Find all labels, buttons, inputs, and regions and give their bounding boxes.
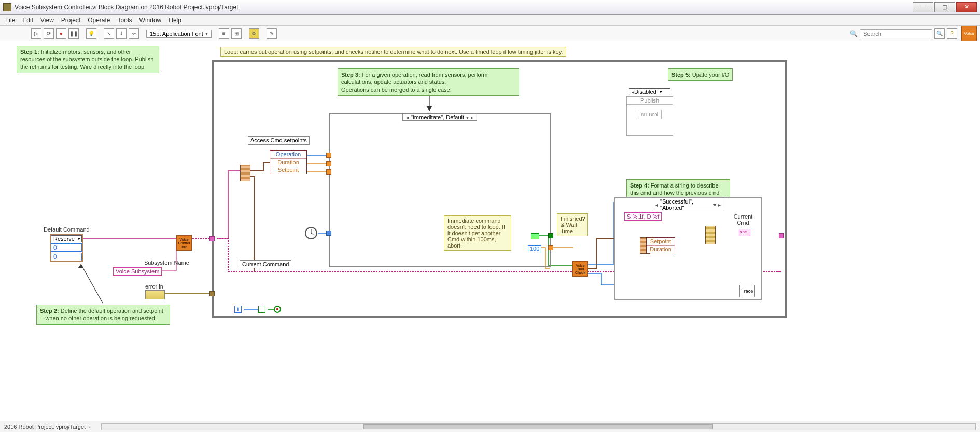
menu-window[interactable]: Window <box>139 17 162 24</box>
search-input[interactable] <box>860 29 932 38</box>
unbundle-status[interactable]: Setpoint Duration <box>646 237 675 253</box>
unbundle-operation[interactable]: Operation <box>270 151 306 159</box>
tunnel-sp <box>326 169 331 175</box>
menu-view[interactable]: View <box>40 17 54 24</box>
case-selector-main[interactable]: ◂"Immeditate", Default▾▸ <box>402 113 477 121</box>
tunnel-clock <box>326 231 331 236</box>
tunnel-op <box>326 153 331 158</box>
voice-cmd-check-subvi[interactable]: Voice Cmd Check <box>572 261 588 277</box>
default-command-num1[interactable]: 0 <box>51 243 82 252</box>
menu-bar: File Edit View Project Operate Tools Win… <box>0 15 980 26</box>
current-command-label: Current Command <box>240 260 291 268</box>
comment-step2: Step 2: Define the default operation and… <box>36 305 170 325</box>
error-in-control[interactable] <box>145 290 165 299</box>
unbundle-duration[interactable]: Duration <box>270 159 306 166</box>
format-string-constant[interactable]: S %.1f, D %f <box>624 212 662 221</box>
tunnel-num-out <box>548 245 553 250</box>
default-command-label: Default Command <box>44 226 90 233</box>
distribute-button[interactable]: ⊞ <box>231 28 242 39</box>
subsystem-name-label: Subsystem Name <box>144 260 189 266</box>
comment-step1: Step 1: Initialize motors, sensors, and … <box>17 46 159 73</box>
svg-line-0 <box>81 264 103 303</box>
comment-step3: Step 3: For a given operation, read from… <box>338 68 519 96</box>
reorder-button[interactable]: ⚙ <box>249 28 259 39</box>
menu-operate[interactable]: Operate <box>88 17 110 24</box>
menu-help[interactable]: Help <box>169 17 181 24</box>
menu-project[interactable]: Project <box>61 17 80 24</box>
current-cmd-indicator-label: Current Cmd <box>730 213 756 226</box>
subsystem-name-constant[interactable]: Voice Subsystem <box>113 267 162 276</box>
status-path: 2016 Robot Project.lvproj/Target <box>4 424 86 430</box>
vi-icon-pane[interactable]: Voice <box>961 26 977 41</box>
current-cmd-indicator[interactable]: abc <box>739 229 750 236</box>
error-tunnel-left <box>209 291 215 296</box>
toolbar: ▷ ⟳ ● ❚❚ 💡 ↘ ⤓ ⤼ 15pt Application Font▾ … <box>0 26 980 41</box>
error-in-label: error in <box>145 283 163 290</box>
unbundle-status-duration[interactable]: Duration <box>647 246 675 253</box>
tunnel-bool-out <box>548 233 553 238</box>
true-constant[interactable] <box>531 233 539 239</box>
voice-control-init-subvi[interactable]: Voice Control Init <box>176 235 192 251</box>
font-selector[interactable]: 15pt Application Font▾ <box>146 30 212 38</box>
comment-loop: Loop: carries out operation using setpoi… <box>220 47 566 57</box>
unbundle-status-setpoint[interactable]: Setpoint <box>647 238 675 246</box>
retain-wire-button[interactable]: ↘ <box>104 28 114 39</box>
window-titlebar: Voice Subsystem Controller.vi Block Diag… <box>0 0 980 15</box>
cleanup-button[interactable]: ✎ <box>267 28 277 39</box>
status-chevron-icon[interactable]: ‹ <box>89 424 91 430</box>
search-go-icon[interactable]: 🔍 <box>934 28 945 39</box>
menu-edit[interactable]: Edit <box>22 17 33 24</box>
tick-count-node[interactable] <box>305 227 317 239</box>
step-over-button[interactable]: ⤼ <box>129 28 139 39</box>
close-button[interactable]: ✕ <box>956 2 977 12</box>
block-diagram-canvas[interactable]: Step 1: Initialize motors, sensors, and … <box>0 41 980 421</box>
svg-marker-1 <box>78 264 84 268</box>
case-structure-main[interactable]: ◂"Immeditate", Default▾▸ <box>329 113 551 267</box>
loop-iteration-terminal[interactable]: i <box>234 306 242 313</box>
default-command-enum[interactable]: Reserve <box>51 235 82 242</box>
scrollbar-thumb[interactable] <box>363 424 713 429</box>
horizontal-scrollbar[interactable] <box>101 423 976 430</box>
numeric-constant-100[interactable]: 100 <box>528 245 541 252</box>
vi-file-icon <box>3 3 11 11</box>
comment-step5: Step 5: Upate your I/O <box>668 68 733 81</box>
unbundle-by-name[interactable]: Operation Duration Setpoint <box>270 150 307 174</box>
maximize-button[interactable]: ▢ <box>934 2 955 12</box>
menu-tools[interactable]: Tools <box>118 17 132 24</box>
comment-immediate: Immediate command doesn't need to loop. … <box>444 215 511 251</box>
trace-subvi[interactable]: Trace <box>739 285 755 297</box>
unbundle-setpoint[interactable]: Setpoint <box>270 166 306 174</box>
disabled-structure-selector[interactable]: ◂Disabled <box>629 88 670 95</box>
align-button[interactable]: ≡ <box>219 28 229 39</box>
default-command-cluster[interactable]: Reserve 0 0 <box>50 234 83 262</box>
default-command-num2[interactable]: 0 <box>51 253 82 261</box>
loop-stop-terminal[interactable] <box>274 306 281 313</box>
publish-label: Publish <box>627 97 673 105</box>
pause-button[interactable]: ❚❚ <box>68 28 79 39</box>
highlight-exec-button[interactable]: 💡 <box>86 28 96 39</box>
status-bar: 2016 Robot Project.lvproj/Target ‹ <box>0 421 980 432</box>
format-into-string-node[interactable] <box>705 226 716 244</box>
access-cmd-label: Access Cmd setpoints <box>248 136 310 145</box>
shift-register-right <box>779 233 784 238</box>
unbundle-node-icon[interactable] <box>240 165 250 181</box>
diagram-disable-structure[interactable]: Publish NT Bool <box>626 96 673 136</box>
shift-register-left <box>209 236 215 241</box>
step-into-button[interactable]: ⤓ <box>116 28 127 39</box>
case-selector-status[interactable]: ◂"Successful", "Aborted"▾▸ <box>652 198 724 211</box>
comment-finished: Finished? & Wait Time <box>557 213 588 236</box>
minimize-button[interactable]: — <box>913 2 933 12</box>
abort-button[interactable]: ● <box>56 28 66 39</box>
context-help-button[interactable]: ? <box>947 28 957 39</box>
search-box: 🔍 🔍 ? <box>850 28 957 39</box>
menu-file[interactable]: File <box>5 17 15 24</box>
run-button[interactable]: ▷ <box>31 28 41 39</box>
loop-condition-indicator <box>258 306 265 313</box>
nt-bool-node[interactable]: NT Bool <box>638 110 662 119</box>
tunnel-dur <box>326 161 331 166</box>
run-continuous-button[interactable]: ⟳ <box>44 28 54 39</box>
window-title: Voice Subsystem Controller.vi Block Diag… <box>15 4 913 11</box>
